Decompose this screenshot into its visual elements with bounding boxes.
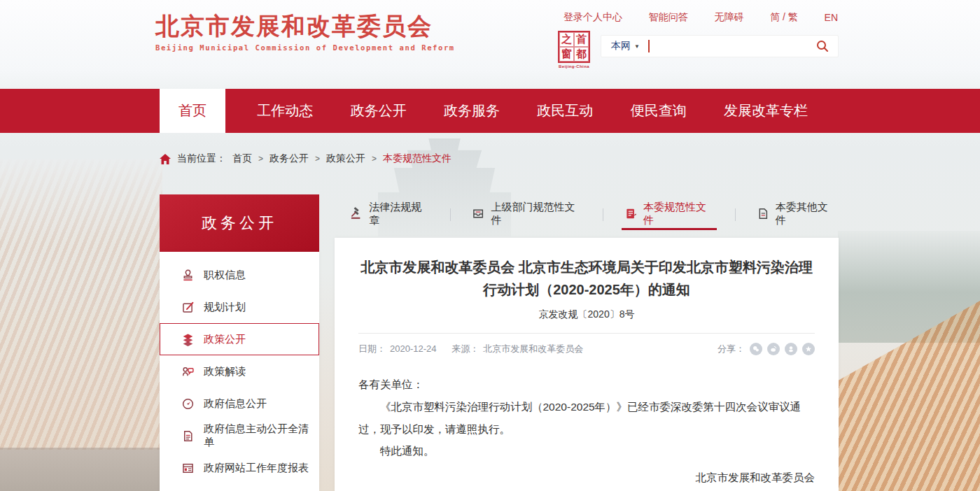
- article-signature: 北京市发展和改革委员会: [358, 467, 815, 489]
- seal-caption: Beijing-China: [556, 64, 592, 69]
- article-body: 各有关单位： 《北京市塑料污染治理行动计划（2020-2025年）》已经市委深改…: [358, 373, 815, 489]
- search-scope-dropdown[interactable]: 本网 ▼: [608, 40, 643, 52]
- search-input[interactable]: [654, 37, 814, 55]
- search-bar: 本网 ▼: [601, 35, 839, 57]
- main-content: 法律法规规章 上级部门规范性文件 本委规范性文件: [335, 199, 839, 491]
- background-trees-right: [838, 231, 980, 343]
- background-roof-left: [0, 159, 162, 450]
- tab-divider: [603, 208, 603, 221]
- background-wall-left: [0, 448, 162, 491]
- article-paragraph: 特此通知。: [358, 440, 815, 462]
- tab-commission-normative-docs[interactable]: 本委规范性文件: [622, 199, 717, 230]
- article-title: 北京市发展和改革委员会 北京市生态环境局关于印发北京市塑料污染治理行动计划（20…: [358, 257, 815, 301]
- sidebar-item-authority-info[interactable]: 职权信息: [160, 259, 319, 291]
- site-subtitle: Beijing Municipal Commission of Developm…: [155, 43, 455, 52]
- seal-icon: 之 首 窗 都: [558, 31, 590, 63]
- header-utility-links: 登录个人中心 智能问答 无障碍 简 / 繁 EN: [564, 11, 838, 24]
- tab-laws-regulations[interactable]: 法律法规规章: [347, 199, 432, 230]
- article-paragraph: 《北京市塑料污染治理行动计划（2020-2025年）》已经市委深改委第十四次会议…: [358, 396, 815, 441]
- file-icon: [757, 207, 769, 220]
- sidebar-item-label: 职权信息: [204, 269, 246, 282]
- tab-label: 本委规范性文件: [643, 201, 714, 227]
- more-share-icon[interactable]: [802, 343, 815, 355]
- source-value: 北京市发展和改革委员会: [483, 343, 583, 354]
- login-personal-center-link[interactable]: 登录个人中心: [564, 11, 622, 24]
- article-meta: 日期：2020-12-24 来源：北京市发展和改革委员会 分享：: [358, 343, 815, 355]
- breadcrumb-separator: >: [258, 154, 263, 164]
- nav-item-reform-special[interactable]: 发展改革专栏: [718, 89, 813, 133]
- nav-item-gov-services[interactable]: 政务服务: [438, 89, 505, 133]
- breadcrumb-current: 本委规范性文件: [383, 152, 451, 165]
- qq-share-icon[interactable]: [785, 343, 797, 355]
- document-icon: [181, 429, 195, 443]
- sidebar-item-website-annual-report[interactable]: 政府网站工作年度报表: [160, 452, 319, 484]
- divider: [358, 333, 815, 334]
- nav-item-public-interaction[interactable]: 政民互动: [531, 89, 598, 133]
- source-label: 来源：: [451, 343, 479, 354]
- site-logo[interactable]: 北京市发展和改革委员会 Beijing Municipal Commission…: [155, 12, 455, 52]
- background-roof-right: [838, 301, 980, 491]
- breadcrumb-policy-disclosure[interactable]: 政策公开: [326, 152, 365, 165]
- wechat-share-icon[interactable]: [750, 343, 762, 355]
- date-label: 日期：: [358, 343, 386, 354]
- tab-divider: [735, 208, 736, 221]
- sidebar: 政务公开 职权信息 规划计划: [160, 194, 319, 491]
- tab-label: 法律法规规章: [369, 201, 429, 227]
- sidebar-item-label: 政府网站工作年度报表: [204, 462, 309, 475]
- share-label: 分享：: [718, 343, 745, 355]
- nav-item-gov-disclosure[interactable]: 政务公开: [345, 89, 412, 133]
- sidebar-item-label: 政府信息公开: [204, 397, 267, 411]
- seal-char: 窗: [559, 47, 574, 62]
- breadcrumb-separator: >: [315, 154, 320, 164]
- nav-item-home[interactable]: 首页: [160, 89, 225, 133]
- sidebar-item-gov-info-disclosure[interactable]: 政府信息公开: [160, 387, 319, 420]
- sidebar-item-policy-interpretation[interactable]: 政策解读: [160, 355, 319, 387]
- sidebar-title: 政务公开: [160, 194, 319, 252]
- sidebar-item-label: 规划计划: [204, 301, 246, 314]
- beijing-china-seal-logo[interactable]: 之 首 窗 都 Beijing-China: [556, 31, 592, 69]
- smart-qa-link[interactable]: 智能问答: [649, 11, 688, 24]
- site-title: 北京市发展和改革委员会: [155, 12, 455, 41]
- date-value: 2020-12-24: [390, 343, 437, 354]
- article-paragraph: 各有关单位：: [358, 373, 815, 396]
- doc-red-icon: [624, 207, 637, 220]
- search-icon: [816, 39, 830, 53]
- home-icon: [160, 154, 171, 164]
- text-cursor: [648, 40, 650, 52]
- seal-char: 首: [574, 32, 589, 47]
- article-doc-number: 京发改规〔2020〕8号: [358, 308, 815, 321]
- share-toolbar: 分享：: [718, 343, 815, 355]
- sidebar-item-plans[interactable]: 规划计划: [160, 291, 319, 323]
- gavel-icon: [350, 207, 363, 220]
- sidebar-item-label: 政策解读: [204, 365, 246, 378]
- chevron-down-icon: ▼: [634, 43, 640, 50]
- report-icon: [181, 462, 195, 475]
- breadcrumb-home[interactable]: 首页: [232, 152, 252, 165]
- tab-commission-other-docs[interactable]: 本委其他文件: [754, 199, 839, 230]
- inbox-icon: [472, 207, 484, 220]
- breadcrumb-gov-disclosure[interactable]: 政务公开: [270, 152, 309, 165]
- sidebar-item-policy-disclosure[interactable]: 政策公开: [160, 323, 319, 355]
- simplified-traditional-toggle[interactable]: 简 / 繁: [770, 11, 798, 24]
- article-panel: 北京市发展和改革委员会 北京市生态环境局关于印发北京市塑料污染治理行动计划（20…: [335, 238, 839, 491]
- breadcrumb-prefix: 当前位置：: [177, 152, 226, 165]
- tab-label: 本委其他文件: [776, 201, 836, 227]
- search-scope-label: 本网: [611, 40, 631, 52]
- sidebar-item-proactive-disclosure-list[interactable]: 政府信息主动公开全清单: [160, 420, 319, 452]
- nav-item-convenient-query[interactable]: 便民查询: [625, 89, 692, 133]
- tab-superior-normative-docs[interactable]: 上级部门规范性文件: [469, 199, 584, 230]
- nav-item-work-news[interactable]: 工作动态: [251, 89, 318, 133]
- sidebar-item-fee-catalog[interactable]: 收费目录: [160, 484, 319, 491]
- breadcrumb: 当前位置： 首页 > 政务公开 > 政策公开 > 本委规范性文件: [160, 152, 451, 165]
- seal-char: 都: [574, 47, 589, 62]
- english-link[interactable]: EN: [825, 12, 838, 23]
- weibo-share-icon[interactable]: [767, 343, 780, 355]
- sidebar-menu: 职权信息 规划计划 政策公开: [160, 252, 319, 491]
- accessibility-link[interactable]: 无障碍: [714, 11, 743, 24]
- sidebar-item-label: 政府信息主动公开全清单: [204, 422, 318, 449]
- search-button[interactable]: [814, 38, 831, 55]
- document-type-tabs: 法律法规规章 上级部门规范性文件 本委规范性文件: [335, 199, 839, 230]
- compass-icon: [181, 397, 195, 411]
- article-date-source: 日期：2020-12-24 来源：北京市发展和改革委员会: [358, 343, 587, 355]
- tab-divider: [450, 208, 451, 221]
